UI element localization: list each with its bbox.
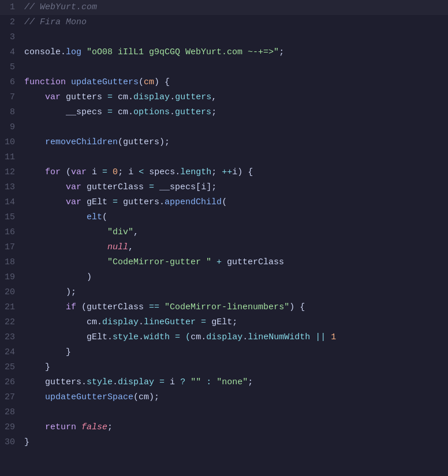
token: . <box>139 332 144 342</box>
line-number: 2 <box>0 15 24 30</box>
code-line: 13 var gutterClass = __specs[i]; <box>0 180 448 195</box>
token: style <box>113 332 139 342</box>
token: . <box>128 92 133 102</box>
token: gElt <box>211 317 232 327</box>
code-line: 15 elt( <box>0 210 448 225</box>
token: lineNumWidth <box>248 332 310 342</box>
token: . <box>170 92 175 102</box>
code-line: 17 null, <box>0 240 448 255</box>
token: , <box>128 242 133 252</box>
line-number: 23 <box>0 330 24 345</box>
token: = <box>144 182 159 192</box>
code-line: 28 <box>0 405 448 420</box>
line-number: 27 <box>0 390 24 405</box>
token: ) { <box>289 302 305 312</box>
token: . <box>107 332 113 342</box>
code-line: 8 __specs = cm.options.gutters; <box>0 105 448 120</box>
token: "oO08 iIlL1 g9qCGQ WebYurt.com ~-+=>" <box>87 47 279 57</box>
line-content: gutters.style.display = i ? "" : "none"; <box>24 375 448 390</box>
code-line: 23 gElt.style.width = (cm.display.lineNu… <box>0 330 448 345</box>
token <box>24 257 107 267</box>
token: i <box>201 182 206 192</box>
token: ? <box>175 377 191 387</box>
token: "" <box>191 377 201 387</box>
token: i <box>170 377 175 387</box>
token: . <box>139 317 144 327</box>
token: return <box>45 422 76 432</box>
token <box>24 137 45 147</box>
token: appendChild <box>165 197 222 207</box>
token: cm <box>139 392 149 402</box>
token <box>24 242 107 252</box>
token: ( <box>133 392 139 402</box>
token: ( <box>61 167 71 177</box>
token: . <box>61 47 66 57</box>
line-content: removeChildren(gutters); <box>24 135 448 150</box>
token: + <box>211 257 227 267</box>
token: gutters <box>66 92 102 102</box>
token: "div" <box>107 227 133 237</box>
token: } <box>24 437 29 447</box>
line-content: gElt.style.width = (cm.display.lineNumWi… <box>24 330 448 345</box>
line-number: 16 <box>0 225 24 240</box>
token: gutters <box>123 137 159 147</box>
token: = ( <box>170 332 191 342</box>
token: [ <box>196 182 201 192</box>
code-line: 18 "CodeMirror-gutter " + gutterClass <box>0 255 448 270</box>
token: . <box>97 317 102 327</box>
line-content: } <box>24 435 448 450</box>
token: width <box>144 332 170 342</box>
line-number: 4 <box>0 45 24 60</box>
token: var <box>66 197 81 207</box>
line-number: 26 <box>0 375 24 390</box>
line-number: 24 <box>0 345 24 360</box>
token: gutters <box>123 197 159 207</box>
line-content: var gutterClass = __specs[i]; <box>24 180 448 195</box>
token <box>66 77 71 87</box>
token: updateGutterSpace <box>45 392 133 402</box>
token: var <box>71 167 87 177</box>
token: length <box>180 167 211 177</box>
line-number: 20 <box>0 285 24 300</box>
line-number: 15 <box>0 210 24 225</box>
token <box>81 47 87 57</box>
token: gElt <box>87 197 107 207</box>
code-line: 7 var gutters = cm.display.gutters, <box>0 90 448 105</box>
token: ); <box>66 287 76 297</box>
token <box>24 212 87 222</box>
line-number: 28 <box>0 405 24 420</box>
line-content <box>24 120 448 135</box>
token: , <box>211 92 216 102</box>
token: ); <box>159 137 170 147</box>
line-content <box>24 405 448 420</box>
token: var <box>45 92 61 102</box>
token <box>24 197 66 207</box>
code-line: 4console.log "oO08 iIlL1 g9qCGQ WebYurt.… <box>0 45 448 60</box>
token: . <box>113 377 118 387</box>
code-line: 10 removeChildren(gutters); <box>0 135 448 150</box>
token: ]; <box>206 182 216 192</box>
token <box>81 197 87 207</box>
code-line: 9 <box>0 120 448 135</box>
token <box>76 422 81 432</box>
line-content: null, <box>24 240 448 255</box>
token: gutters <box>175 92 211 102</box>
code-line: 6function updateGutters(cm) { <box>0 75 448 90</box>
token <box>24 227 107 237</box>
token: ( <box>222 197 227 207</box>
token: i <box>232 167 237 177</box>
token: display <box>206 332 242 342</box>
code-line: 20 ); <box>0 285 448 300</box>
token: ; <box>211 167 222 177</box>
token: 1 <box>331 332 336 342</box>
token <box>24 362 45 372</box>
token <box>24 167 45 177</box>
token <box>24 272 87 282</box>
code-line: 11 <box>0 150 448 165</box>
token: cm <box>87 317 97 327</box>
token <box>24 392 45 402</box>
line-number: 7 <box>0 90 24 105</box>
token <box>24 287 66 297</box>
token: . <box>159 197 165 207</box>
token: ( <box>139 77 144 87</box>
